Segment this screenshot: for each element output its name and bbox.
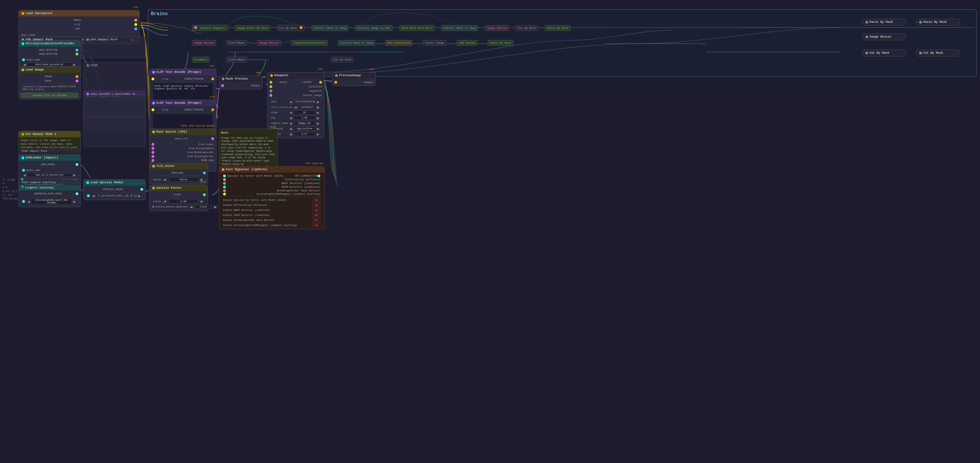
next-btn[interactable]: ▶ [316, 116, 321, 120]
prev-btn[interactable]: ◀ [293, 105, 298, 109]
output-row: BBOX_DETECTOR [21, 48, 78, 52]
next-btn[interactable]: ▶ [316, 122, 321, 125]
holes-value[interactable]: false [169, 177, 198, 182]
node-cut-by-mask-far-right-2: Cut By Mask [916, 50, 960, 56]
toggle-value[interactable]: no [312, 203, 320, 207]
steps-value[interactable]: 10 [294, 111, 315, 114]
toggle-value[interactable]: no [312, 218, 320, 222]
model-value-row: ◀ sam_vit_b_01ec64.pth ▶ [21, 172, 78, 178]
prev-btn[interactable]: ◀ [22, 173, 27, 177]
next-btn[interactable]: ▶ [316, 105, 321, 109]
node-load-image: Load Image IMAGE MASK clipspace/clipspac… [19, 67, 81, 99]
port-clip [134, 23, 137, 26]
divider [21, 167, 78, 168]
node-number: #101 [200, 180, 206, 183]
output-row: CLIP [21, 22, 137, 27]
prev-btn[interactable]: ◀ [288, 122, 293, 125]
port [22, 59, 25, 61]
node-header: fill_holes [150, 163, 208, 169]
node-cut-by-mask-far2: Cut By Mask [331, 57, 353, 62]
seed-value[interactable]: 6712763I056191 [294, 100, 315, 104]
brains-title: Brains [148, 10, 976, 18]
next-btn[interactable]: ▶ [72, 173, 77, 177]
port-model [134, 19, 137, 22]
prev-btn[interactable]: ◀ [91, 194, 96, 198]
node-invert-mask-1: InvertMask [226, 40, 247, 46]
node-indicator [222, 78, 224, 80]
prev-btn[interactable]: ◀ [288, 100, 293, 104]
input-row: positive [269, 84, 322, 89]
output-row: SEGM_DETECTOR [21, 52, 78, 56]
port [87, 194, 90, 197]
bypasser-input-1: Upscale by Factor with Model (WLSH) OPT_… [221, 174, 322, 178]
node-controlnet-161: #161 ComfyUI's ControlNet As... [83, 90, 146, 117]
next-btn[interactable]: ▶ [316, 132, 321, 136]
port [151, 143, 154, 146]
port [151, 151, 154, 154]
model-value[interactable]: GroundingDINO_SwinT_OGC (694MB) [31, 198, 72, 205]
prev-btn[interactable]: ◀ [26, 200, 31, 203]
port [22, 169, 25, 171]
next-btn[interactable]: ▶ [213, 205, 218, 209]
node-indicator [152, 165, 155, 168]
control-row: control_before_generate ◀ fixed ▶ [151, 204, 206, 209]
prev-btn[interactable]: ◀ [189, 205, 194, 209]
sampler-value[interactable]: dpmpp_sde [294, 121, 315, 125]
toggle-value[interactable]: no [312, 213, 320, 217]
node-body: IMAGE MASK clipspace/clipspace-mask-9039… [19, 73, 80, 99]
model-value[interactable]: 2x_AntiScale2_Omni_i16_4O.pth [96, 194, 137, 198]
model-value[interactable]: sam_vit_b_01ec64.pth [27, 173, 72, 177]
node-header: Mask Switch (JPS) [150, 129, 216, 135]
prev-btn[interactable]: ◀ [162, 178, 167, 181]
node-indicator [22, 12, 24, 15]
prev-btn[interactable]: ◀ [288, 116, 293, 120]
denoise-value[interactable]: 0.57 [294, 132, 315, 136]
node-number: #73 [318, 68, 323, 71]
control-value[interactable]: fixed [195, 205, 212, 209]
divider [21, 32, 137, 32]
next-btn[interactable]: ▶ [72, 200, 77, 203]
node-number: #42 [256, 71, 261, 74]
input-row: From GroundingDino [151, 146, 214, 151]
port [153, 206, 154, 208]
cfg-value[interactable]: 2.00 [294, 116, 315, 120]
node-body: BBOX_DETECTOR SEGM_DETECTOR model_name ◀… [19, 47, 80, 68]
toggle-value[interactable]: no [312, 208, 320, 212]
brains-top-nodes: Inpaint Segments Image Blend by Mask Cut… [192, 25, 571, 31]
node-header: #188 segment anything [19, 179, 80, 185]
next-btn[interactable]: ▶ [200, 200, 204, 203]
bypasser-input-6: GroundingDinoSAMSegment (segment anythin… [221, 192, 322, 196]
node-header: For Manual Mode 1 [19, 131, 80, 137]
next-btn[interactable]: ▶ [72, 63, 77, 67]
node-header: Upscale Factor [150, 185, 208, 191]
toggle-value[interactable]: no [312, 198, 320, 202]
upscale-value[interactable]: 2.00 [169, 199, 198, 203]
control-value[interactable]: randomize [298, 105, 315, 109]
brains-row3: GrowMask InvertMask Cut By Mask [192, 57, 353, 62]
prev-btn[interactable]: ◀ [288, 127, 293, 131]
prev-btn[interactable]: ◀ [288, 111, 293, 114]
prompt-text[interactable]: hand, high quality, highly detailed, hig… [153, 83, 213, 100]
next-btn[interactable]: ▶ [137, 194, 142, 198]
port [223, 189, 226, 192]
port [223, 182, 226, 185]
node-image-blend: Image Blend by Mask [235, 25, 270, 31]
next-btn[interactable]: ▶ [316, 127, 321, 131]
model-value[interactable]: bbox/hand_yolov8n.pt [27, 62, 72, 67]
next-btn[interactable]: ▶ [316, 111, 321, 114]
port [194, 26, 197, 29]
node-indicator [152, 102, 155, 105]
prev-btn[interactable]: ◀ [162, 200, 167, 203]
input-row: model LATENT [269, 80, 322, 84]
node-indicator [152, 187, 155, 189]
output-row: VAE [21, 27, 137, 31]
toggle-value[interactable]: no [312, 223, 320, 227]
next-btn[interactable]: ▶ [316, 100, 321, 104]
port [76, 192, 78, 195]
choose-file-btn[interactable]: choose file to upload [21, 93, 78, 98]
node-impact-94: #94 Impact Pack [83, 36, 146, 58]
prev-btn[interactable]: ◀ [288, 132, 293, 136]
scheduler-value[interactable]: sgm_uniform [294, 127, 315, 131]
prev-btn[interactable]: ◀ [22, 63, 27, 67]
node-ultralytics: UltralyticsDetectorProvider BBOX_DETECTO… [19, 40, 81, 69]
